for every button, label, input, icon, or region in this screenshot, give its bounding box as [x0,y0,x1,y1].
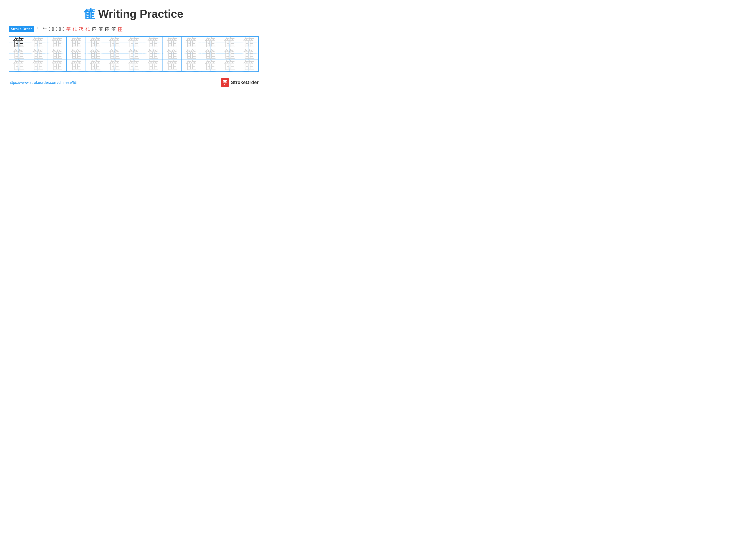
footer: https://www.strokeorder.com/chinese/篚 字 … [9,78,258,87]
stroke-step-5: 𠃋 [56,26,57,32]
grid-cell-2-8[interactable]: 篚 [143,48,162,60]
grid-cell-3-13[interactable]: 篚 [239,60,258,71]
grid-cell-2-2[interactable]: 篚 [28,48,47,60]
grid-cell-2-9[interactable]: 篚 [162,48,182,60]
stroke-step-6: 𠃑 [59,26,61,32]
stroke-step-2: 𠂉 [42,26,47,32]
grid-cell-1-12[interactable]: 篚 [220,37,239,48]
stroke-order-row: Stroke Order 丶 𠂉 𠂇 𠃊 𠃋 𠃑 𥫗 竿 笩 笩 笩 篚 篚 篚… [9,26,258,32]
grid-cell-3-7[interactable]: 篚 [124,60,143,71]
title-character: 篚 [84,8,95,20]
stroke-step-8: 竿 [66,26,71,32]
stroke-step-14: 篚 [105,26,109,32]
stroke-step-7: 𥫗 [63,26,64,32]
grid-cell-2-5[interactable]: 篚 [86,48,105,60]
grid-cell-3-8[interactable]: 篚 [143,60,162,71]
grid-cell-1-9[interactable]: 篚 [162,37,182,48]
grid-cell-3-12[interactable]: 篚 [220,60,239,71]
stroke-step-15: 篚 [111,26,116,32]
stroke-step-16: 篚 [118,26,122,32]
grid-cell-3-1[interactable]: 篚 [9,60,28,71]
grid-row-1: 篚 篚 篚 篚 篚 篚 篚 篚 篚 篚 篚 篚 篚 [9,37,258,48]
grid-cell-1-5[interactable]: 篚 [86,37,105,48]
grid-row-2: 篚 篚 篚 篚 篚 篚 篚 篚 篚 篚 篚 篚 篚 [9,48,258,60]
grid-cell-1-3[interactable]: 篚 [47,37,67,48]
grid-cell-3-3[interactable]: 篚 [47,60,67,71]
stroke-step-13: 篚 [98,26,103,32]
stroke-order-badge: Stroke Order [9,26,34,32]
grid-cell-3-11[interactable]: 篚 [201,60,220,71]
footer-brand: 字 StrokeOrder [221,78,258,87]
grid-cell-2-11[interactable]: 篚 [201,48,220,60]
page-title: 篚 Writing Practice [9,7,258,21]
grid-cell-1-2[interactable]: 篚 [28,37,47,48]
grid-cell-1-4[interactable]: 篚 [67,37,86,48]
grid-cell-2-12[interactable]: 篚 [220,48,239,60]
grid-cell-3-2[interactable]: 篚 [28,60,47,71]
grid-cell-3-5[interactable]: 篚 [86,60,105,71]
stroke-step-1: 丶 [36,26,40,32]
stroke-step-12: 篚 [92,26,96,32]
stroke-step-4: 𠃊 [52,26,54,32]
grid-cell-1-7[interactable]: 篚 [124,37,143,48]
grid-cell-1-11[interactable]: 篚 [201,37,220,48]
grid-cell-1-6[interactable]: 篚 [105,37,124,48]
brand-name: StrokeOrder [231,80,258,85]
practice-grid: 篚 篚 篚 篚 篚 篚 篚 篚 篚 篚 篚 篚 篚 篚 篚 篚 篚 篚 篚 篚 … [9,36,258,72]
grid-cell-1-8[interactable]: 篚 [143,37,162,48]
grid-cell-3-10[interactable]: 篚 [182,60,201,71]
title-section: 篚 Writing Practice [9,7,258,21]
grid-cell-2-1[interactable]: 篚 [9,48,28,60]
grid-cell-2-7[interactable]: 篚 [124,48,143,60]
footer-url[interactable]: https://www.strokeorder.com/chinese/篚 [9,80,77,85]
grid-cell-3-9[interactable]: 篚 [162,60,182,71]
grid-cell-1-13[interactable]: 篚 [239,37,258,48]
grid-cell-2-13[interactable]: 篚 [239,48,258,60]
grid-cell-1-10[interactable]: 篚 [182,37,201,48]
brand-icon: 字 [221,78,229,87]
grid-cell-2-6[interactable]: 篚 [105,48,124,60]
stroke-step-10: 笩 [79,26,84,32]
stroke-step-11: 笩 [85,26,90,32]
grid-cell-1-1[interactable]: 篚 [9,37,28,48]
grid-cell-2-3[interactable]: 篚 [47,48,67,60]
grid-cell-2-4[interactable]: 篚 [67,48,86,60]
stroke-step-3: 𠂇 [49,26,50,32]
grid-cell-3-6[interactable]: 篚 [105,60,124,71]
grid-cell-3-4[interactable]: 篚 [67,60,86,71]
grid-row-3: 篚 篚 篚 篚 篚 篚 篚 篚 篚 篚 篚 篚 篚 [9,60,258,71]
grid-cell-2-10[interactable]: 篚 [182,48,201,60]
stroke-step-9: 笩 [72,26,77,32]
